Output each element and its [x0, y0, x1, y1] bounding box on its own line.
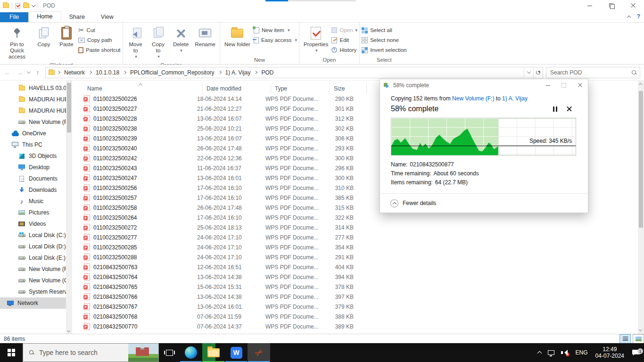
column-header-size[interactable]: Size	[330, 83, 367, 94]
refresh-button[interactable]	[533, 67, 543, 78]
sidebar-item-pictures[interactable]: Pictures	[0, 207, 66, 218]
sidebar-item-madurai-hub[interactable]: MADURAI HUB -	[0, 105, 66, 116]
sidebar-item-local-disk-d[interactable]: Local Disk (D:)	[0, 241, 66, 252]
file-row[interactable]: 01100232500288 24-06-2024 17:10 WPS PDF …	[75, 252, 638, 262]
properties-quick-icon[interactable]	[15, 3, 20, 8]
file-row[interactable]: 02108432500766 13-06-2024 14:38 WPS PDF …	[75, 292, 638, 302]
file-row[interactable]: 02108432500770 07-06-2024 14:37 WPS PDF …	[75, 321, 638, 331]
breadcrumb-chevron-icon[interactable]	[57, 71, 60, 74]
cancel-copy-button[interactable]	[562, 106, 576, 112]
destination-link[interactable]: 1) A. Vijay	[502, 95, 528, 102]
task-view-button[interactable]	[159, 343, 180, 362]
minimize-button[interactable]	[579, 0, 601, 11]
sidebar-item-documents[interactable]: Documents	[0, 173, 66, 184]
taskbar-edge-button[interactable]	[180, 343, 202, 362]
taskbar-wps-button[interactable]: W	[225, 343, 248, 362]
breadcrumb-chevron-icon[interactable]	[254, 71, 257, 74]
source-link[interactable]: New Volume (F:)	[452, 95, 494, 102]
forward-button[interactable]: →	[15, 69, 25, 76]
invert-selection-button[interactable]: Invert selection	[362, 46, 406, 54]
close-button[interactable]	[622, 0, 644, 11]
easy-access-button[interactable]: Easy access	[254, 36, 297, 44]
sidebar-item-onedrive[interactable]: OneDrive	[0, 128, 66, 139]
file-row[interactable]: 02108432500768 07-06-2024 11:59 WPS PDF …	[75, 312, 638, 321]
sidebar-scrollbar-thumb[interactable]	[67, 83, 71, 132]
start-button[interactable]	[0, 343, 23, 362]
scroll-up-icon[interactable]	[639, 83, 642, 86]
paste-button[interactable]: Paste	[56, 24, 77, 49]
qat-customize-chevron-icon[interactable]	[32, 3, 35, 7]
address-dropdown-button[interactable]	[524, 67, 533, 78]
file-row[interactable]: 02108432500763 12-06-2024 16:51 WPS PDF …	[75, 262, 638, 272]
action-center-button[interactable]: 1	[628, 350, 644, 356]
taskbar-snipping-tool-button[interactable]: ✂	[248, 343, 270, 362]
tray-expand-button[interactable]	[535, 350, 545, 355]
sidebar-item-downloads[interactable]: Downloads	[0, 184, 66, 196]
copy-path-button[interactable]: wCopy path	[78, 36, 121, 44]
file-row[interactable]: 01100232500285 24-06-2024 17:10 WPS PDF …	[75, 242, 638, 252]
breadcrumb-item[interactable]: PPLOfficial_Common_Repository	[129, 69, 216, 76]
tab-view[interactable]: View	[93, 12, 122, 22]
dialog-close-button[interactable]	[572, 79, 588, 91]
sidebar-item-desktop[interactable]: Desktop	[0, 162, 66, 173]
file-row[interactable]: 01100232500264 17-06-2024 16:10 WPS PDF …	[75, 213, 638, 222]
restore-button[interactable]	[601, 0, 622, 11]
file-row[interactable]: 02108432500767 13-06-2024 16:01 WPS PDF …	[75, 302, 638, 312]
sidebar-item-3d-objects[interactable]: 3D Objects	[0, 150, 66, 162]
breadcrumb-item[interactable]: POD	[260, 69, 275, 76]
cut-button[interactable]: ✂Cut	[78, 26, 121, 34]
scrollbar-thumb[interactable]	[639, 91, 643, 228]
sidebar-item-this-pc[interactable]: This PC	[0, 139, 66, 150]
breadcrumb-chevron-icon[interactable]	[89, 71, 92, 74]
file-row[interactable]: 02108432500764 13-06-2024 14:38 WPS PDF …	[75, 272, 638, 282]
up-button[interactable]: ↑	[33, 69, 42, 76]
network-tray-button[interactable]	[545, 350, 558, 355]
sidebar-item-system-reserved[interactable]: System Reserved	[0, 286, 66, 297]
column-header-date-modified[interactable]: Date modified	[203, 83, 271, 94]
edit-button[interactable]: Edit	[331, 36, 357, 44]
address-bar[interactable]: Network10.1.0.18PPLOfficial_Common_Repos…	[45, 67, 543, 78]
volume-tray-button[interactable]: ✕	[558, 350, 572, 355]
search-box[interactable]	[546, 67, 640, 78]
large-icons-view-button[interactable]	[633, 334, 644, 344]
copy-button[interactable]: Copy	[33, 24, 55, 49]
scroll-down-icon[interactable]	[639, 328, 642, 331]
recent-locations-chevron-icon[interactable]	[27, 70, 31, 74]
breadcrumb-item[interactable]: Network	[63, 69, 86, 76]
taskbar-explorer-button[interactable]	[202, 343, 225, 362]
new-folder-quick-icon[interactable]	[23, 3, 29, 8]
sidebar-item-videos[interactable]: Videos	[0, 218, 66, 230]
taskbar-search-input[interactable]	[39, 349, 128, 356]
dialog-minimize-button[interactable]	[540, 79, 556, 91]
taskbar-clock[interactable]: 12:49 04-07-2024	[592, 346, 628, 359]
search-input[interactable]	[550, 69, 631, 76]
sidebar-scroll-down-icon[interactable]	[67, 329, 70, 332]
language-indicator[interactable]: ENG	[572, 349, 592, 356]
select-none-button[interactable]: Select none	[362, 36, 406, 44]
pin-to-quick-access-button[interactable]: Pin to Quick access	[2, 24, 32, 61]
breadcrumb-item[interactable]: 10.1.0.18	[94, 69, 121, 76]
fewer-details-button[interactable]: Fewer details	[380, 193, 588, 213]
sidebar-item-havells-03-07-2[interactable]: HAVELLS 03.07.2	[0, 82, 66, 94]
paste-shortcut-button[interactable]: Paste shortcut	[78, 46, 121, 54]
file-row[interactable]: 01100232500277 24-06-2024 17:10 WPS PDF …	[75, 232, 638, 242]
file-row[interactable]: 01100232500272 25-06-2024 18:13 WPS PDF …	[75, 222, 638, 232]
file-list-scrollbar[interactable]	[638, 81, 644, 334]
column-header-type[interactable]: Type	[271, 83, 330, 94]
details-view-button[interactable]	[619, 334, 631, 344]
pause-button[interactable]	[548, 107, 562, 112]
tab-home[interactable]: Home	[28, 11, 61, 22]
new-item-button[interactable]: New item	[254, 26, 297, 34]
sidebar-item-new-volume-g[interactable]: New Volume (G:)	[0, 275, 66, 286]
bing-daily-image[interactable]	[128, 344, 158, 362]
breadcrumb-item[interactable]: 1) A. Vijay	[224, 69, 252, 76]
back-button[interactable]: ←	[3, 69, 12, 76]
sidebar-item-music[interactable]: ♪ Music	[0, 196, 66, 207]
sidebar-item-network[interactable]: Network	[0, 297, 66, 309]
collapse-ribbon-icon[interactable]	[627, 15, 630, 19]
sidebar-item-new-volume-f[interactable]: New Volume (F:)	[0, 116, 66, 128]
sidebar-item-local-disk-c[interactable]: Local Disk (C:)	[0, 230, 66, 241]
sidebar-item-new-volume-f[interactable]: New Volume (F:)	[0, 263, 66, 275]
move-to-button[interactable]: Move to	[125, 24, 147, 61]
delete-button[interactable]: Delete	[170, 24, 192, 55]
